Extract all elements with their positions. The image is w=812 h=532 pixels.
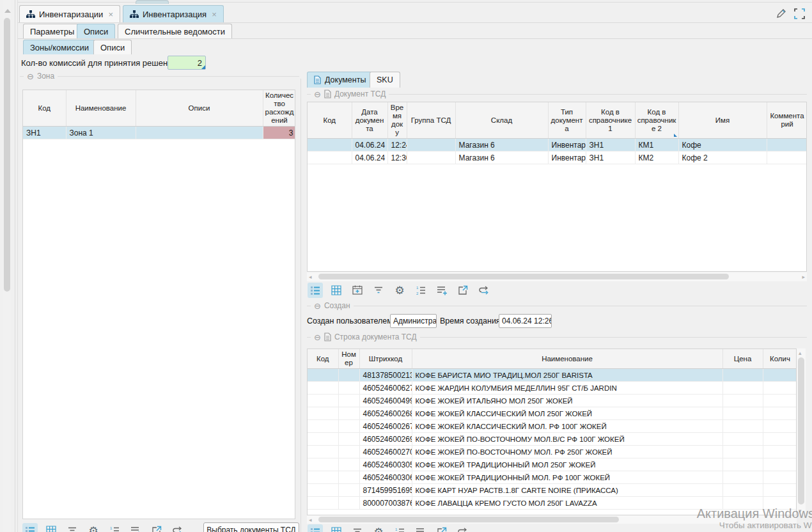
column-header[interactable]: Код в справочнике 1 (586, 102, 635, 139)
select-docs-button[interactable]: Выбрать документы ТСД (203, 522, 299, 532)
cell[interactable]: КОФЕ ЖОКЕЙ ТРАДИЦИОННЫЙ МОЛ. РФ 100Г ЖОК… (412, 471, 722, 484)
cell[interactable] (338, 446, 359, 458)
cell[interactable] (407, 152, 455, 164)
scroll-left-arrow-icon[interactable]: ◂ (309, 274, 312, 280)
cell[interactable] (722, 407, 763, 420)
cell[interactable]: Инвентаризация (548, 139, 586, 152)
cell[interactable] (722, 433, 763, 446)
table-row[interactable]: 4605246006272КОФЕ ЖАРДИН КОЛУМБИЯ МЕДЕЛЛ… (308, 382, 797, 395)
doc-hscrollbar[interactable]: ◂ ▸ (307, 272, 807, 281)
cell[interactable] (722, 395, 763, 407)
tab-sku[interactable]: SKU (370, 72, 400, 88)
cell[interactable] (763, 484, 797, 497)
cell[interactable]: КМ2 (635, 152, 678, 164)
column-header[interactable]: Цена (722, 349, 763, 369)
cell[interactable]: Зона 1 (66, 127, 136, 139)
numbered-list-icon[interactable]: 12 (107, 523, 122, 532)
cell[interactable]: 4605246003066 (359, 471, 412, 484)
cell[interactable] (763, 369, 797, 382)
cell[interactable] (308, 433, 338, 446)
close-icon[interactable]: × (108, 10, 113, 19)
cell[interactable]: 12:30 (387, 152, 407, 164)
cell[interactable] (338, 382, 359, 395)
close-icon[interactable]: × (212, 10, 217, 19)
tab-opisi[interactable]: Описи (77, 24, 115, 38)
cell[interactable]: КОФЕ ЖОКЕЙ КЛАССИЧЕСКИЙ МОЛ. РФ 100Г ЖОК… (412, 420, 722, 433)
zona-table[interactable]: КодНаименованиеОписиКоличество расхожден… (23, 90, 295, 139)
cell[interactable]: 4605246002670 (359, 420, 412, 433)
tab-inventarizacii[interactable]: Инвентаризации × (19, 5, 120, 22)
collapse-icon[interactable]: ⊖ (314, 90, 321, 98)
cell[interactable]: 4605246006272 (359, 382, 412, 395)
cell[interactable] (308, 152, 352, 164)
table-row[interactable]: 4605246002694КОФЕ ЖОКЕЙ ПО-ВОСТОЧНОМУ МО… (308, 433, 797, 446)
cell[interactable] (338, 369, 359, 382)
cell[interactable] (308, 395, 338, 407)
table-row[interactable]: 8714599516959КОФЕ КАРТ НУАР РАСТВ.1.8Г C… (308, 484, 797, 497)
cell[interactable] (767, 139, 807, 152)
cell[interactable]: КОФЕ ЖОКЕЙ ПО-ВОСТОЧНОМУ МОЛ. РФ 250Г ЖО… (412, 446, 722, 458)
cell[interactable] (338, 484, 359, 497)
cell[interactable]: КОФЕ БАРИСТА МИО ТРАДИЦ.МОЛ 250Г BARISTA (412, 369, 722, 382)
column-header[interactable]: Комментарий (767, 102, 807, 139)
cell[interactable] (767, 152, 807, 164)
cell[interactable] (763, 420, 797, 433)
column-header[interactable]: Имя (678, 102, 767, 139)
cell[interactable] (763, 395, 797, 407)
doc-tsd-table[interactable]: КодДата документаВремя докуГруппа ТСДСкл… (308, 102, 807, 164)
cell[interactable]: 12:24 (387, 139, 407, 152)
column-header[interactable]: Колич (763, 349, 797, 369)
column-header[interactable]: Штрихкод (359, 349, 412, 369)
cell[interactable] (338, 471, 359, 484)
collapse-icon[interactable]: ⊖ (314, 302, 321, 310)
column-header[interactable]: Код (308, 349, 338, 369)
grid-icon[interactable] (329, 524, 344, 532)
collapse-icon[interactable]: ⊖ (27, 72, 34, 81)
line-vscrollbar[interactable]: ▴ ▾ (797, 348, 806, 515)
table-row[interactable]: 4605246002670КОФЕ ЖОКЕЙ КЛАССИЧЕСКИЙ МОЛ… (308, 420, 797, 433)
tab-opisi-2[interactable]: Описи (93, 40, 132, 54)
created-by-input[interactable]: Администра (390, 314, 437, 328)
tab-zony-komissii[interactable]: Зоны/комиссии (23, 40, 96, 54)
cell[interactable]: 8000070038769 (359, 497, 412, 510)
cell[interactable] (338, 458, 359, 471)
scroll-left-arrow-icon[interactable]: ◂ (309, 517, 312, 523)
table-row[interactable]: 04.06.2412:24Магазин 6ИнвентаризацияЗН1К… (308, 139, 807, 152)
cell[interactable] (763, 433, 797, 446)
table-row[interactable]: 4605246002700КОФЕ ЖОКЕЙ ПО-ВОСТОЧНОМУ МО… (308, 446, 797, 458)
export-icon[interactable] (149, 523, 164, 532)
column-header[interactable]: Количество расхождений (263, 90, 295, 127)
cell[interactable] (722, 458, 763, 471)
cell[interactable] (308, 458, 338, 471)
settings-icon[interactable]: ⚙ (392, 283, 407, 298)
cell[interactable]: 8714599516959 (359, 484, 412, 497)
cell[interactable] (407, 139, 455, 152)
tab-parametry[interactable]: Параметры (23, 24, 81, 38)
tab-inventarizacia[interactable]: Инвентаризация × (123, 5, 224, 22)
cell[interactable]: 04.06.24 (352, 152, 387, 164)
add-row-icon[interactable] (128, 523, 143, 532)
cell[interactable]: ЗН1 (586, 152, 635, 164)
cell[interactable]: 4813785002130 (359, 369, 412, 382)
export-icon[interactable] (455, 283, 471, 298)
created-time-input[interactable]: 04.06.24 12:26 (499, 314, 552, 328)
refresh-icon[interactable] (170, 523, 185, 532)
cell[interactable]: 04.06.24 (352, 139, 387, 152)
table-row[interactable]: 4605246004995КОФЕ ЖОКЕЙ ИТАЛЬЯНО МОЛ 250… (308, 395, 797, 407)
grid-icon[interactable] (43, 523, 59, 532)
scroll-thumb[interactable] (318, 517, 619, 522)
cell[interactable] (722, 420, 763, 433)
numbered-list-icon[interactable]: 12 (392, 524, 407, 532)
grid-icon[interactable] (329, 283, 344, 298)
cell[interactable] (136, 127, 263, 139)
cell[interactable]: 4605246002694 (359, 433, 412, 446)
column-header[interactable]: Склад (455, 102, 548, 139)
settings-icon[interactable]: ⚙ (86, 523, 101, 532)
cell[interactable] (308, 369, 338, 382)
column-header[interactable]: Дата документа (352, 102, 387, 139)
column-header[interactable]: Тип документа (548, 102, 586, 139)
cell[interactable]: КОФЕ ЖОКЕЙ ТРАДИЦИОННЫЙ МОЛ 250Г ЖОКЕЙ (412, 458, 722, 471)
fullscreen-icon[interactable] (792, 6, 806, 20)
cell[interactable]: Кофе 2 (678, 152, 767, 164)
cell[interactable]: 3 (263, 127, 295, 139)
